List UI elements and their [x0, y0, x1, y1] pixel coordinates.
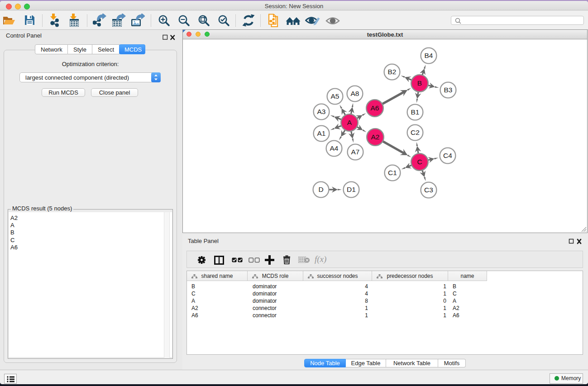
svg-text:A3: A3 [317, 108, 326, 115]
svg-text:A4: A4 [330, 144, 339, 152]
svg-text:C4: C4 [443, 152, 452, 159]
svg-text:A6: A6 [371, 104, 379, 112]
svg-text:C2: C2 [411, 129, 420, 136]
svg-text:C: C [417, 158, 422, 166]
svg-text:A8: A8 [351, 90, 359, 97]
svg-text:A7: A7 [351, 148, 360, 156]
svg-text:A1: A1 [317, 129, 326, 137]
svg-text:B: B [417, 79, 422, 87]
svg-text:B3: B3 [444, 86, 453, 94]
svg-text:B1: B1 [411, 108, 420, 116]
svg-text:A: A [347, 119, 352, 126]
svg-text:B2: B2 [388, 68, 397, 76]
svg-text:B4: B4 [425, 52, 433, 59]
svg-text:A2: A2 [371, 133, 380, 141]
svg-text:C3: C3 [424, 186, 433, 194]
svg-text:A5: A5 [331, 92, 339, 100]
svg-text:C1: C1 [388, 169, 397, 176]
svg-text:D1: D1 [347, 186, 356, 193]
svg-text:D: D [318, 186, 323, 193]
